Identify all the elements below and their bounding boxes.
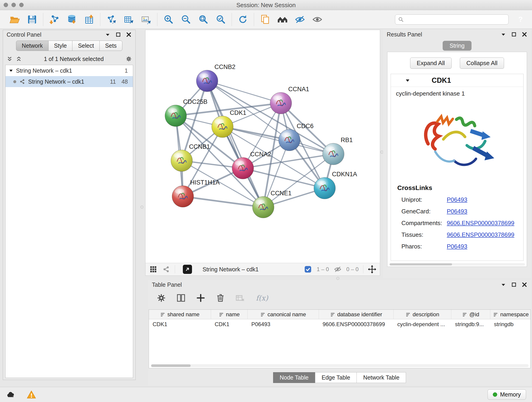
network-canvas[interactable]: CCNB2CCNA1CDC25BCDK1CDC6RB1CCNB1CCNA2CDK… <box>146 30 380 263</box>
network-view[interactable]: CCNB2CCNA1CDC25BCDK1CDC6RB1CCNB1CCNA2CDK… <box>145 30 380 276</box>
export-network-icon[interactable] <box>105 13 118 26</box>
hidden-eye-slash-icon[interactable] <box>334 265 342 274</box>
node-CCNB1[interactable] <box>171 150 192 172</box>
edge-CCNB2-CCNA1[interactable] <box>207 81 281 103</box>
panel-menu-icon[interactable] <box>500 282 506 288</box>
network-node-count: 11 <box>110 78 116 85</box>
splitter-handle-left[interactable] <box>140 206 143 209</box>
crosslink-value-link[interactable]: 9606.ENSP00000378699 <box>447 231 514 238</box>
gene-description: cyclin-dependent kinase 1 <box>391 87 523 98</box>
warning-icon[interactable] <box>27 390 36 400</box>
zoom-out-icon[interactable] <box>179 13 192 26</box>
column-sort-icon <box>493 312 498 317</box>
export-table-icon[interactable] <box>122 13 135 26</box>
panel-close-icon[interactable] <box>521 282 527 288</box>
gene-card-header[interactable]: CDK1 <box>391 74 523 87</box>
node-CCNB2[interactable] <box>196 70 218 92</box>
column-header-namespace[interactable]: namespace <box>490 310 531 319</box>
column-header-name[interactable]: name <box>211 310 248 319</box>
column-header-canonical-name[interactable]: canonical name <box>248 310 319 319</box>
tab-sets[interactable]: Sets <box>99 41 122 51</box>
home-icon[interactable] <box>276 13 289 26</box>
node-CCNA1[interactable] <box>270 92 292 114</box>
eye-slash-icon[interactable] <box>293 13 306 26</box>
disclosure-triangle-icon[interactable] <box>9 68 13 73</box>
zoom-fit-icon[interactable] <box>197 13 210 26</box>
open-in-new-window-button[interactable] <box>183 265 192 274</box>
node-CDK1[interactable] <box>212 116 233 138</box>
node-HIST1H1A[interactable] <box>172 186 194 207</box>
save-session-icon[interactable] <box>26 13 38 26</box>
tab-network-table[interactable]: Network Table <box>356 372 406 383</box>
move-crosshair-icon[interactable] <box>368 265 376 274</box>
panel-float-icon[interactable] <box>511 282 517 288</box>
node-CDKN1A[interactable] <box>314 177 336 199</box>
cloud-icon[interactable] <box>6 390 16 400</box>
network-collection-label: String Network – cdk1 <box>16 67 72 74</box>
network-row-selected[interactable]: String Network – cdk1 11 48 <box>6 76 133 87</box>
column-header--id[interactable]: @id <box>451 310 490 319</box>
zoom-in-icon[interactable] <box>162 13 175 26</box>
node-CDC6[interactable] <box>279 129 300 151</box>
add-column-icon[interactable] <box>196 293 206 303</box>
eye-icon[interactable] <box>311 13 324 26</box>
column-header-description[interactable]: description <box>394 310 451 319</box>
panel-menu-icon[interactable] <box>500 32 506 37</box>
crosslink-value-link[interactable]: P06493 <box>447 208 467 215</box>
crosslinks-heading: CrossLinks <box>391 184 523 191</box>
help-button[interactable]: ? <box>515 14 526 25</box>
panel-float-icon[interactable] <box>115 32 121 38</box>
expand-all-tree-icon[interactable] <box>6 56 13 62</box>
table-settings-gear-icon[interactable] <box>156 293 167 303</box>
tab-style[interactable]: Style <box>48 41 73 51</box>
zoom-selected-icon[interactable] <box>214 13 227 26</box>
collapse-all-tree-icon[interactable] <box>15 56 22 62</box>
gear-icon[interactable] <box>125 56 132 62</box>
edge-HIST1H1A-CCNE1[interactable] <box>183 196 263 207</box>
tab-network[interactable]: Network <box>16 41 49 51</box>
tab-select[interactable]: Select <box>72 41 99 51</box>
share-view-icon[interactable] <box>162 265 170 274</box>
expand-all-button[interactable]: Expand All <box>410 57 452 69</box>
node-CCNA2[interactable] <box>232 157 254 179</box>
search-input[interactable] <box>406 16 506 23</box>
crosslink-value-link[interactable]: P06493 <box>447 196 467 203</box>
panel-float-icon[interactable] <box>511 32 517 37</box>
crosslink-value-link[interactable]: 9606.ENSP00000378699 <box>447 220 514 227</box>
tab-node-table[interactable]: Node Table <box>273 372 315 383</box>
import-network-database-icon[interactable] <box>65 13 78 26</box>
export-image-icon[interactable] <box>140 13 152 26</box>
tab-edge-table[interactable]: Edge Table <box>315 372 357 383</box>
show-columns-icon[interactable] <box>176 293 186 303</box>
panel-menu-icon[interactable] <box>105 32 111 38</box>
collapse-all-button[interactable]: Collapse All <box>460 57 504 69</box>
edge-CDK1-RB1[interactable] <box>222 127 333 154</box>
copy-network-icon[interactable] <box>259 13 272 26</box>
column-header-shared-name[interactable]: shared name <box>149 310 211 319</box>
splitter-handle-bottom[interactable] <box>336 277 339 280</box>
grid-view-icon[interactable] <box>149 265 157 274</box>
function-builder-button[interactable]: f(x) <box>256 294 268 302</box>
node-CCNE1[interactable] <box>253 196 274 218</box>
import-table-icon[interactable] <box>83 13 95 26</box>
reload-layout-icon[interactable] <box>236 13 249 26</box>
column-header-database-identifier[interactable]: database identifier <box>319 310 394 319</box>
selected-nodes-checkbox-icon[interactable] <box>304 265 312 274</box>
table-row[interactable]: CDK1CDK1P064939606.ENSP00000378699cyclin… <box>149 319 530 329</box>
search-box <box>395 14 509 25</box>
node-RB1[interactable] <box>323 143 344 165</box>
edge-CCNB2-CCNE1[interactable] <box>207 81 263 207</box>
panel-close-icon[interactable] <box>126 32 132 38</box>
collapse-card-icon[interactable] <box>405 77 411 83</box>
results-scrollbar[interactable] <box>389 263 525 266</box>
network-collection-row[interactable]: String Network – cdk1 1 <box>6 65 133 76</box>
panel-close-icon[interactable] <box>521 32 527 37</box>
node-CDC25B[interactable] <box>165 105 186 127</box>
open-session-icon[interactable] <box>8 13 21 26</box>
tab-string[interactable]: String <box>443 41 471 51</box>
import-network-file-icon[interactable] <box>48 13 61 26</box>
crosslink-value-link[interactable]: P06493 <box>447 243 467 250</box>
delete-column-icon[interactable] <box>215 293 226 303</box>
memory-button[interactable]: Memory <box>488 389 526 400</box>
table-horizontal-scrollbar[interactable] <box>151 364 529 367</box>
